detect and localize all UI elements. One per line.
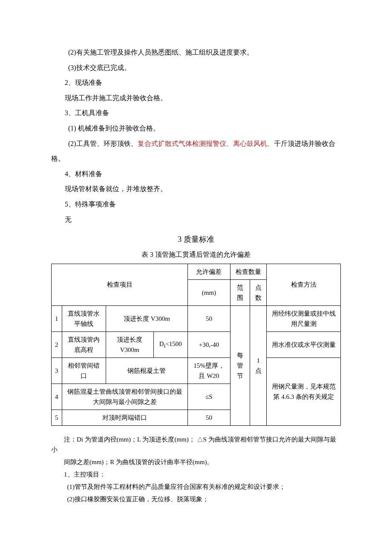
cell-count: 1 点 — [250, 305, 267, 425]
th-scope: 范围 — [230, 279, 250, 305]
cell-r4-item: 钢筋混凝土管曲线顶管相邻管间接口的最大间隙与最小间隙之差 — [62, 384, 188, 410]
notes-block: 注：Di 为管道内径(mm)；L 为顶进长度(mm)； △S 为曲线顶管相邻管节… — [51, 434, 341, 504]
para-6: (2)工具管、环形顶铁、复合式扩散式气体检测报警仪、离心鼓风机、千斤顶进场并验收… — [51, 138, 341, 149]
cell-r3-dev: 15%壁厚，且 W20 — [188, 357, 231, 384]
cell-r3-item: 相邻管间错口 — [62, 357, 106, 384]
para-6-a: (2)工具管、环形顶铁、 — [68, 140, 138, 147]
cell-r4-n: 4 — [52, 384, 62, 410]
table-caption: 表 3 顶管施工贯通后管道的允许偏差 — [51, 249, 341, 260]
para-heading-2: 2、现场准备 — [51, 77, 341, 88]
note-1: 注：Di 为管道内径(mm)；L 为顶进长度(mm)； △S 为曲线顶管相邻管节… — [51, 434, 341, 455]
table-row: 2 直线顶管内底高程 顶进长度 V300m DI<1500 +30,-40 用水… — [52, 331, 341, 357]
para-heading-4: 4、材料准备 — [51, 169, 341, 180]
note-3: 1、主控项目： — [51, 469, 341, 479]
para-4: 现场工作并施工完成并验收合格。 — [51, 93, 341, 104]
th-deviation-1: 允许偏差 — [188, 264, 231, 279]
section-title: 3 质量标准 — [51, 233, 341, 246]
cell-r5-dev: 50 — [188, 410, 231, 425]
note-2: 间隙之差(mm)；R 为曲线顶管的设计曲率半径(mm)。 — [51, 457, 341, 467]
cell-r2-condB: DI<1500 — [153, 331, 188, 357]
para-6-c: 千斤顶进场并验收合 — [274, 140, 335, 147]
para-5: (1) 机械准备到位并验收合格。 — [51, 123, 341, 134]
th-method: 检查方法 — [267, 264, 341, 305]
para-heading-3: 3、工机具准备 — [51, 108, 341, 119]
cell-scope: 每管节 — [230, 305, 250, 425]
cell-r3-cond: 钢筋棍凝土管 — [106, 357, 187, 384]
para-heading-5: 5、特殊事项准备 — [51, 199, 341, 210]
para-7: 现场管材装备就位，并堆放整齐。 — [51, 183, 341, 195]
note-5: (2)接口橡胶圈安装位置正确，无位移、脱落现象； — [51, 494, 341, 504]
cell-method-3-5: 用钢尺量测，见本规范第 4.6.3 条的有关规定 — [267, 357, 341, 425]
cell-r5-item: 对顶时两端错口 — [62, 410, 188, 425]
cell-r1-method: 用经纬仪测量或挂中线用尺量测 — [267, 305, 341, 331]
cell-r1-item: 直线顶管水平轴线 — [62, 305, 106, 331]
th-check-qty: 检查数量 — [230, 264, 267, 279]
cell-r1-dev: 50 — [188, 305, 231, 331]
table-row: 1 直线顶管水平轴线 顶进长度 V300m 50 每管节 1 点 用经纬仪测量或… — [52, 305, 341, 331]
para-6-wrap: 格。 — [51, 153, 341, 164]
table-head-row-1: 检查项目 允许偏差 检查数量 检查方法 — [52, 264, 341, 279]
cell-r2-condB-post: <1500 — [165, 340, 182, 347]
para-8: 无 — [51, 214, 341, 225]
cell-r3-n: 3 — [52, 357, 62, 384]
table-row: 3 相邻管间错口 钢筋棍凝土管 15%壁厚，且 W20 用钢尺量测，见本规范第 … — [52, 357, 341, 384]
cell-r2-method: 用水准仪或水平仪测量 — [267, 331, 341, 357]
th-deviation-2: (mm) — [188, 279, 231, 305]
para-3: (3)技术交底已完成。 — [51, 62, 341, 73]
cell-r1-cond: 顶进长度 V300m — [106, 305, 187, 331]
cell-r1-n: 1 — [52, 305, 62, 331]
th-item: 检查项目 — [52, 264, 188, 305]
note-4: (1)管节及附件等工程材料的产品质量应符合国家有关标准的规定和设计要求； — [51, 482, 341, 492]
cell-r2-dev: +30,-40 — [188, 331, 231, 357]
para-6-b: 复合式扩散式气体检测报警仪、离心鼓风机、 — [138, 140, 274, 147]
para-2: (2)有关施工管理及操作人员熟悉图纸、施工组织及进度要求。 — [51, 47, 341, 58]
deviation-table: 检查项目 允许偏差 检查数量 检查方法 (mm) 范围 点数 1 直线顶管水平轴… — [51, 264, 341, 426]
cell-r5-n: 5 — [52, 410, 62, 425]
cell-r2-n: 2 — [52, 331, 62, 357]
cell-r2-condB-pre: D — [159, 340, 164, 347]
th-count: 点数 — [250, 279, 267, 305]
cell-r4-dev: ≤S — [188, 384, 231, 410]
cell-r2-condA: 顶进长度 V300m — [106, 331, 153, 357]
cell-r2-item: 直线顶管内底高程 — [62, 331, 106, 357]
